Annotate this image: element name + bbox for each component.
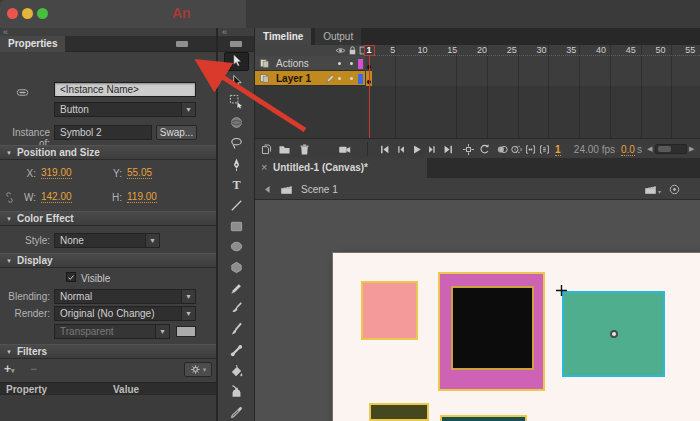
scroll-right-icon[interactable]: ▶: [689, 145, 694, 153]
layer-name-cell[interactable]: Layer 1: [255, 71, 365, 86]
layer-outline-color-swatch[interactable]: [358, 74, 363, 84]
layer-outline-color-swatch[interactable]: [358, 59, 363, 69]
symbol-type-dropdown[interactable]: Button ▼: [54, 102, 196, 117]
ruler-frame-5[interactable]: 5: [383, 45, 403, 55]
tool-free-transform[interactable]: [224, 93, 249, 112]
scroll-left-icon[interactable]: ◀: [647, 145, 652, 153]
tool-brush[interactable]: [224, 300, 249, 319]
ruler-frame-25[interactable]: 25: [502, 45, 522, 55]
add-filter-button[interactable]: +▾: [4, 362, 15, 376]
tool-pencil[interactable]: [224, 280, 249, 299]
black-square[interactable]: [451, 286, 534, 370]
center-frame-button[interactable]: [461, 142, 475, 156]
tool-paint-bucket[interactable]: [224, 363, 249, 382]
tool-subselection[interactable]: [224, 73, 249, 92]
tool-lasso[interactable]: [224, 135, 249, 154]
tool-polystar[interactable]: [224, 259, 249, 278]
tool-selection[interactable]: [224, 52, 249, 71]
section-display[interactable]: ▼ Display: [0, 253, 216, 268]
ruler-frame-15[interactable]: 15: [442, 45, 462, 55]
breadcrumb-scene[interactable]: Scene 1: [301, 184, 338, 195]
back-arrow-icon[interactable]: [261, 183, 273, 195]
tool-rectangle[interactable]: [224, 218, 249, 237]
add-camera-button[interactable]: [337, 142, 352, 156]
tool-3d-rotation[interactable]: [224, 114, 249, 133]
go-to-last-frame-button[interactable]: [441, 142, 455, 156]
olive-square[interactable]: [369, 403, 429, 421]
w-value[interactable]: 142.00: [41, 191, 72, 203]
zoom-window-button[interactable]: [37, 8, 48, 19]
ruler-frame-35[interactable]: 35: [561, 45, 581, 55]
timeline-scrollbar-thumb[interactable]: [658, 146, 671, 152]
onion-skin-outlines-button[interactable]: [509, 142, 523, 156]
ruler-frame-30[interactable]: 30: [532, 45, 552, 55]
section-filters[interactable]: ▼ Filters: [0, 344, 216, 359]
tab-output[interactable]: Output: [315, 28, 361, 45]
tool-pen[interactable]: [224, 156, 249, 175]
instance-of-field[interactable]: Symbol 2: [54, 125, 152, 140]
ruler-frame-55[interactable]: 55: [680, 45, 700, 55]
frame-ruler[interactable]: 1510152025303540455055: [365, 45, 700, 56]
section-color-effect[interactable]: ▼ Color Effect: [0, 211, 216, 226]
edit-multiple-frames-button[interactable]: [523, 142, 537, 156]
ruler-frame-50[interactable]: 50: [651, 45, 671, 55]
pink-square[interactable]: [361, 281, 418, 340]
playhead-line[interactable]: [369, 56, 370, 138]
transformation-point[interactable]: [610, 330, 618, 338]
ruler-frame-45[interactable]: 45: [621, 45, 641, 55]
onion-skin-button[interactable]: [495, 142, 509, 156]
delete-layer-button[interactable]: [297, 142, 311, 156]
style-dropdown[interactable]: None ▼: [54, 233, 160, 248]
layer-row-actions[interactable]: Actions: [255, 56, 700, 71]
panel-menu-icon[interactable]: [176, 41, 188, 47]
instance-name-input[interactable]: <Instance Name>: [54, 82, 196, 97]
h-value[interactable]: 119.00: [127, 191, 157, 203]
tool-text[interactable]: T: [224, 176, 249, 195]
tool-line[interactable]: [224, 197, 249, 216]
swap-button[interactable]: Swap...: [156, 125, 197, 140]
frame-grid-empty[interactable]: [365, 86, 700, 138]
loop-playback-button[interactable]: [477, 142, 491, 156]
tool-oval[interactable]: [224, 238, 249, 257]
tab-timeline[interactable]: Timeline: [255, 28, 311, 45]
tool-eyedropper[interactable]: [224, 404, 249, 421]
section-position-and-size[interactable]: ▼ Position and Size: [0, 145, 216, 160]
go-to-first-frame-button[interactable]: [377, 142, 391, 156]
y-value[interactable]: 55.05: [127, 167, 152, 179]
ruler-frame-20[interactable]: 20: [472, 45, 492, 55]
timeline-scrollbar[interactable]: [655, 144, 687, 154]
layer-lock-dot[interactable]: [350, 77, 353, 80]
document-tab[interactable]: × Untitled-1 (Canvas)*: [255, 158, 427, 178]
layer-visibility-dot[interactable]: [338, 77, 341, 80]
filter-options-button[interactable]: ▾: [184, 362, 212, 377]
render-dropdown[interactable]: Original (No Change) ▼: [54, 306, 196, 321]
tab-properties[interactable]: Properties: [0, 36, 65, 52]
new-layer-button[interactable]: [259, 142, 273, 156]
ruler-frame-40[interactable]: 40: [591, 45, 611, 55]
edit-symbols-button[interactable]: [667, 182, 682, 196]
panel-menu-icon[interactable]: [230, 41, 242, 47]
elapsed-time-display[interactable]: 0.0: [621, 144, 635, 156]
transparent-color-swatch[interactable]: [176, 326, 196, 337]
dark-teal-square[interactable]: [440, 415, 527, 421]
visible-checkbox[interactable]: [66, 272, 76, 282]
edit-scene-button[interactable]: [643, 182, 658, 196]
current-frame-display[interactable]: 1: [555, 144, 561, 156]
layer-row-layer-1[interactable]: Layer 1: [255, 71, 700, 86]
play-button[interactable]: [409, 142, 423, 156]
minimize-window-button[interactable]: [22, 8, 33, 19]
step-forward-button[interactable]: [425, 142, 439, 156]
close-window-button[interactable]: [7, 8, 18, 19]
close-document-icon[interactable]: ×: [261, 161, 267, 173]
layer-visibility-dot[interactable]: [338, 62, 341, 65]
blending-dropdown[interactable]: Normal ▼: [54, 289, 196, 304]
x-value[interactable]: 319.00: [41, 167, 72, 179]
step-back-button[interactable]: [393, 142, 407, 156]
playhead-marker[interactable]: [364, 45, 375, 56]
tool-ink-bottle[interactable]: [224, 383, 249, 402]
layer-name-cell[interactable]: Actions: [255, 56, 365, 71]
tool-paint-brush[interactable]: [224, 321, 249, 340]
ruler-frame-10[interactable]: 10: [413, 45, 433, 55]
new-folder-button[interactable]: [277, 142, 291, 156]
show-hide-all-layers-icon[interactable]: [335, 45, 346, 56]
